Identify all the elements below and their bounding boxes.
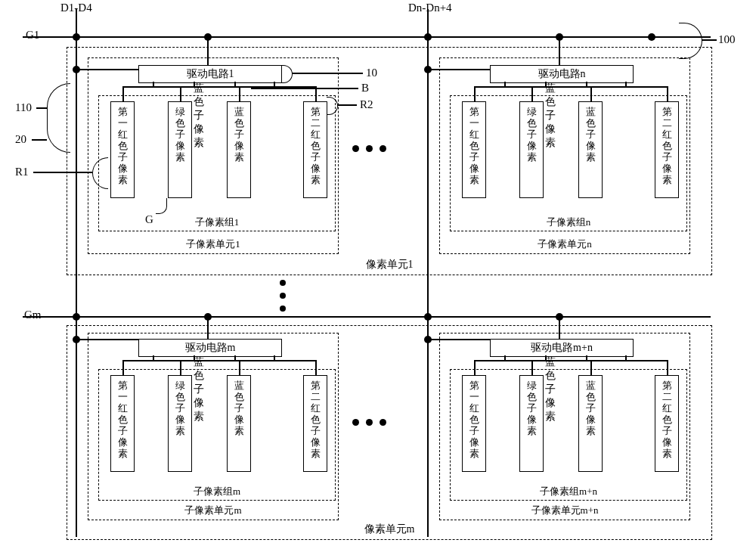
- label-g1: G1: [26, 29, 39, 42]
- cell-mn-r1: 第一红色子像素: [462, 375, 486, 472]
- callout-100: 100: [718, 33, 736, 46]
- node-g1-top: [648, 33, 655, 41]
- cell-mn-r2: 第二红色子像素: [655, 375, 679, 472]
- callout-B: B: [361, 82, 369, 95]
- cell-1-g: 绿色子像素: [168, 101, 192, 198]
- cell-m-r2: 第二红色子像素: [303, 375, 327, 472]
- cell-1-r1: 第一红色子像素: [110, 101, 135, 198]
- node-gm-drvmn: [556, 313, 563, 321]
- node-gm-dn: [424, 313, 432, 321]
- subpixel-group-n-caption: 子像素组n: [547, 216, 591, 229]
- leader-100: [702, 39, 717, 41]
- subpixel-unit-m-caption: 子像素单元m: [184, 504, 241, 517]
- cell-mn-g: 绿色子像素: [519, 375, 544, 472]
- leader-B: [251, 88, 358, 89]
- node-gm-d1: [73, 313, 80, 321]
- dots-bottom-between: [352, 419, 386, 426]
- dots-top-between: [352, 145, 386, 152]
- line-g1: [23, 36, 711, 38]
- cell-m-g: 绿色子像素: [168, 375, 192, 472]
- callout-10: 10: [366, 67, 377, 79]
- node-g1-dn: [424, 33, 432, 41]
- wire-g1-driver1: [207, 37, 209, 65]
- pixel-unit-1-caption: 像素单元1: [366, 258, 414, 271]
- leader-R2: [337, 104, 357, 106]
- pixel-unit-m-caption: 像素单元m: [364, 523, 415, 536]
- callout-20: 20: [15, 133, 26, 146]
- driver-1: 驱动电路1: [138, 65, 282, 83]
- cell-1-r2: 第二红色子像素: [303, 101, 327, 198]
- wire-g1-drivern: [559, 37, 560, 65]
- node-gm-drvm: [204, 313, 212, 321]
- subpixel-unit-mn-caption: 子像素单元m+n: [531, 504, 599, 517]
- cell-1-b: 蓝色子像素: [227, 101, 251, 198]
- driver-mn: 驱动电路m+n: [490, 339, 634, 357]
- leader-110: [36, 107, 47, 109]
- label-dn: Dn-Dn+4: [408, 2, 452, 14]
- wire-dn-drivern: [428, 69, 490, 70]
- diagram-stage: D1-D4 Dn-Dn+4 G1 Gm 100 像素单元1 子像素单元1 驱动电…: [0, 0, 756, 546]
- wire-dn-drivermn: [428, 339, 490, 340]
- cell-n-g: 绿色子像素: [519, 101, 544, 198]
- node-g1-d1: [73, 33, 80, 41]
- w-dm-bus: [122, 360, 316, 361]
- callout-R2: R2: [360, 98, 373, 111]
- callout-R1: R1: [15, 166, 29, 178]
- arc-left: [47, 83, 70, 153]
- label-gm: Gm: [24, 309, 42, 321]
- subpixel-group-mn-caption: 子像素组m+n: [540, 485, 597, 498]
- cell-n-b: 蓝色子像素: [578, 101, 603, 198]
- driver-m: 驱动电路m: [138, 339, 282, 357]
- cell-m-b: 蓝色子像素: [227, 375, 251, 472]
- line-gm: [23, 316, 711, 318]
- w-dn-bus: [474, 86, 668, 88]
- subpixel-group-m-caption: 子像素组m: [194, 485, 240, 498]
- cell-n-r2: 第二红色子像素: [655, 101, 679, 198]
- callout-G: G: [145, 213, 153, 226]
- w-dmn-bus: [474, 360, 668, 361]
- cell-n-r1: 第一红色子像素: [462, 101, 486, 198]
- wire-d1-driverm: [76, 339, 138, 340]
- subpixel-unit-1-caption: 子像素单元1: [186, 237, 240, 251]
- wire-d1-driver1: [76, 69, 138, 70]
- dots-mid-vertical: [280, 280, 286, 312]
- cell-mn-b: 蓝色子像素: [578, 375, 603, 472]
- subpixel-group-1-caption: 子像素组1: [195, 216, 240, 229]
- leader-20: [32, 139, 47, 141]
- cell-m-r1: 第一红色子像素: [110, 375, 135, 472]
- driver-n: 驱动电路n: [490, 65, 634, 83]
- subpixel-unit-n-caption: 子像素单元n: [538, 237, 592, 251]
- callout-110: 110: [15, 101, 32, 114]
- leader-10: [292, 73, 363, 74]
- leader-R1: [33, 172, 92, 173]
